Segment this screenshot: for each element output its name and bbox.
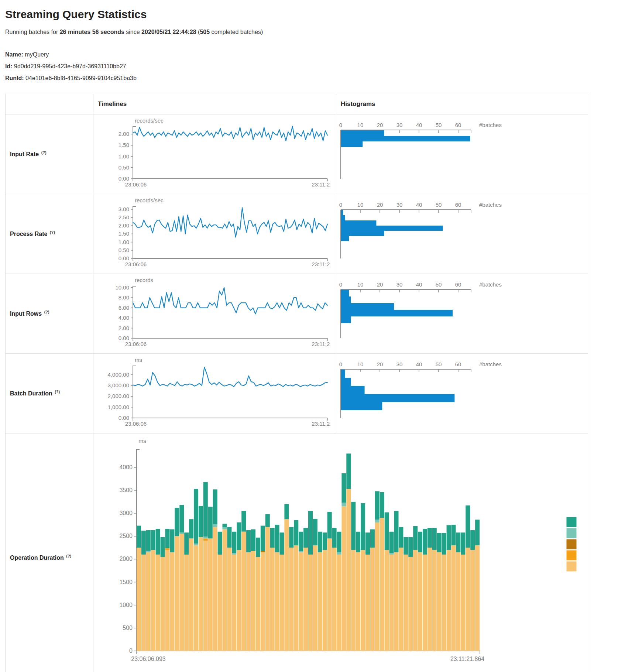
batch-duration-label-cell: Batch Duration (?) bbox=[6, 354, 93, 433]
svg-text:1.00: 1.00 bbox=[119, 239, 129, 245]
svg-text:23:11:21: 23:11:21 bbox=[312, 181, 330, 188]
input-rate-row: Input Rate (?) records/sec0.000.501.001.… bbox=[6, 114, 588, 194]
svg-text:10: 10 bbox=[357, 281, 364, 288]
query-name-line: Name: myQuery bbox=[5, 50, 620, 59]
svg-text:10: 10 bbox=[357, 122, 364, 128]
process-rate-histogram-cell: 0102030405060#batches bbox=[336, 194, 588, 274]
svg-text:60: 60 bbox=[455, 361, 461, 367]
svg-text:records: records bbox=[135, 277, 153, 283]
svg-text:3.00: 3.00 bbox=[119, 206, 129, 212]
svg-text:1,000.00: 1,000.00 bbox=[108, 404, 129, 410]
batch-duration-histogram-chart: 0102030405060#batches bbox=[337, 356, 587, 432]
row-label: Input Rows bbox=[10, 311, 42, 317]
query-metadata: Name: myQuery Id: 9d0dd219-995d-423e-b97… bbox=[5, 50, 620, 83]
svg-text:0: 0 bbox=[339, 281, 342, 288]
svg-text:20: 20 bbox=[377, 361, 383, 367]
svg-text:3000: 3000 bbox=[119, 510, 133, 516]
svg-text:1.00: 1.00 bbox=[119, 153, 129, 160]
batch-duration-timeline-cell: ms0.001,000.002,000.003,000.004,000.0023… bbox=[93, 354, 336, 433]
svg-text:60: 60 bbox=[455, 122, 461, 128]
row-label: Operation Duration bbox=[10, 555, 64, 561]
input-rows-label-cell: Input Rows (?) bbox=[6, 274, 93, 354]
svg-text:40: 40 bbox=[416, 202, 422, 208]
svg-text:500: 500 bbox=[123, 625, 133, 631]
runid-label: RunId: bbox=[5, 75, 24, 81]
svg-text:23:11:21: 23:11:21 bbox=[312, 341, 330, 347]
running-prefix: Running batches for bbox=[5, 29, 60, 35]
svg-text:2.00: 2.00 bbox=[119, 222, 129, 229]
svg-text:30: 30 bbox=[396, 122, 403, 128]
process-rate-row: Process Rate (?) records/sec0.000.501.00… bbox=[6, 194, 588, 274]
svg-text:0.50: 0.50 bbox=[119, 164, 129, 171]
op-duration-svg: ms0500100015002000250030003500400023:06:… bbox=[94, 436, 587, 672]
svg-text:0: 0 bbox=[339, 202, 342, 208]
svg-text:8.00: 8.00 bbox=[119, 294, 129, 301]
svg-text:10: 10 bbox=[357, 202, 364, 208]
input-rate-timeline-cell: records/sec0.000.501.001.502.0023:06:062… bbox=[93, 114, 336, 194]
svg-text:3500: 3500 bbox=[119, 487, 133, 493]
svg-text:ms: ms bbox=[135, 357, 142, 363]
operation-duration-chart-cell: ms0500100015002000250030003500400023:06:… bbox=[93, 433, 588, 672]
operation-duration-stacked-chart: ms0500100015002000250030003500400023:06:… bbox=[94, 436, 587, 672]
name-label: Name: bbox=[5, 51, 23, 58]
svg-text:1.50: 1.50 bbox=[119, 142, 129, 148]
svg-text:4000: 4000 bbox=[119, 464, 133, 470]
svg-text:2,000.00: 2,000.00 bbox=[108, 393, 129, 399]
svg-text:30: 30 bbox=[396, 202, 403, 208]
svg-text:23:06:06.093: 23:06:06.093 bbox=[131, 656, 166, 662]
svg-text:20: 20 bbox=[377, 122, 383, 128]
svg-text:3,000.00: 3,000.00 bbox=[108, 382, 129, 388]
batch-duration-row: Batch Duration (?) ms0.001,000.002,000.0… bbox=[6, 354, 588, 433]
tl-batch-duration-svg: ms0.001,000.002,000.003,000.004,000.0023… bbox=[94, 356, 330, 430]
legend-swatch bbox=[566, 561, 577, 572]
table-header-row: Timelines Histograms bbox=[6, 94, 588, 114]
svg-text:40: 40 bbox=[416, 281, 422, 288]
svg-text:10: 10 bbox=[357, 361, 364, 367]
help-tooltip-icon[interactable]: (?) bbox=[66, 554, 71, 558]
input-rows-histogram-chart: 0102030405060#batches bbox=[337, 276, 587, 352]
hist-process-rate-svg: 0102030405060#batches bbox=[337, 196, 587, 272]
name-value: myQuery bbox=[25, 51, 49, 58]
svg-text:23:06:06: 23:06:06 bbox=[125, 181, 147, 188]
svg-text:0.00: 0.00 bbox=[119, 175, 129, 182]
input-rate-label-cell: Input Rate (?) bbox=[6, 114, 93, 194]
svg-text:10.00: 10.00 bbox=[115, 284, 129, 291]
row-label: Process Rate bbox=[10, 231, 47, 237]
row-label: Batch Duration bbox=[10, 391, 52, 397]
query-id-line: Id: 9d0dd219-995d-423e-b97d-36931110bb27 bbox=[5, 62, 620, 71]
svg-text:23:06:06: 23:06:06 bbox=[125, 421, 147, 427]
tl-process-rate-svg: records/sec0.000.501.001.502.002.503.002… bbox=[94, 196, 330, 270]
svg-text:1.50: 1.50 bbox=[119, 230, 129, 237]
svg-text:2.50: 2.50 bbox=[119, 214, 129, 220]
running-suffix: completed batches) bbox=[210, 29, 263, 35]
svg-text:23:06:06: 23:06:06 bbox=[125, 261, 147, 267]
svg-text:2500: 2500 bbox=[119, 533, 133, 539]
svg-text:30: 30 bbox=[396, 281, 403, 288]
process-rate-timeline-cell: records/sec0.000.501.001.502.002.503.002… bbox=[93, 194, 336, 274]
svg-text:23:11:21: 23:11:21 bbox=[312, 421, 330, 427]
help-tooltip-icon[interactable]: (?) bbox=[50, 230, 55, 234]
svg-text:60: 60 bbox=[455, 281, 461, 288]
legend-swatch bbox=[566, 528, 577, 538]
input-rows-timeline-chart: records0.002.004.006.008.0010.0023:06:06… bbox=[94, 276, 335, 350]
batch-duration-timeline-chart: ms0.001,000.002,000.003,000.004,000.0023… bbox=[94, 356, 335, 430]
running-paren: ( bbox=[196, 29, 200, 35]
svg-text:23:11:21.864: 23:11:21.864 bbox=[450, 656, 484, 662]
help-tooltip-icon[interactable]: (?) bbox=[55, 390, 60, 394]
svg-text:2.00: 2.00 bbox=[119, 325, 129, 331]
input-rate-histogram-chart: 0102030405060#batches bbox=[337, 117, 587, 192]
svg-text:records/sec: records/sec bbox=[135, 197, 164, 203]
svg-text:20: 20 bbox=[377, 281, 383, 288]
svg-text:0.00: 0.00 bbox=[119, 415, 129, 421]
id-label: Id: bbox=[5, 63, 13, 69]
svg-text:40: 40 bbox=[416, 361, 422, 367]
svg-text:0.00: 0.00 bbox=[119, 255, 129, 261]
process-rate-label-cell: Process Rate (?) bbox=[6, 194, 93, 274]
help-tooltip-icon[interactable]: (?) bbox=[44, 310, 49, 314]
svg-text:4,000.00: 4,000.00 bbox=[108, 371, 129, 378]
operation-duration-label-cell: Operation Duration (?) bbox=[6, 433, 93, 672]
process-rate-timeline-chart: records/sec0.000.501.001.502.002.503.002… bbox=[94, 196, 335, 270]
svg-text:23:06:06: 23:06:06 bbox=[125, 341, 147, 347]
help-tooltip-icon[interactable]: (?) bbox=[41, 150, 47, 155]
running-mid: since bbox=[124, 29, 141, 35]
